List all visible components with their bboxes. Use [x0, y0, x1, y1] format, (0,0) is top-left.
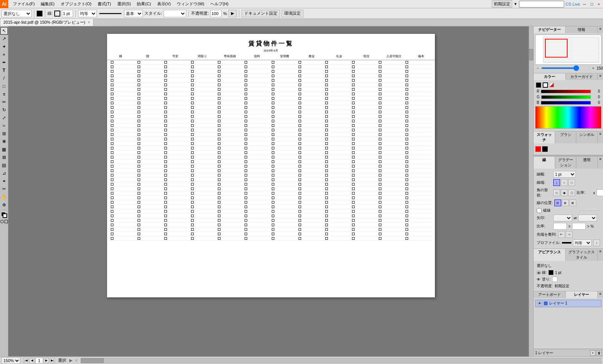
zoom-in-icon[interactable]: ＋	[591, 65, 595, 71]
fill-swatch[interactable]	[37, 11, 43, 17]
horizontal-scrollbar[interactable]	[81, 358, 601, 363]
stroke-menu-btn[interactable]: ≡	[598, 157, 603, 169]
none-swatch[interactable]	[549, 83, 554, 87]
fill-stroke-colors[interactable]	[0, 211, 8, 219]
color-tab[interactable]: カラー	[534, 73, 566, 80]
scale-tool-btn[interactable]: ⤢	[0, 114, 8, 122]
navigator-tab[interactable]: ナビゲーター	[534, 26, 566, 33]
symbol-sprayer-tool-btn[interactable]: ❋	[0, 138, 8, 145]
align-stroke-btn2[interactable]: ⊣	[566, 231, 572, 238]
swatches-menu-btn[interactable]: ≡	[598, 131, 603, 143]
color-guide-tab[interactable]: カラーガイド	[566, 73, 598, 80]
mesh-tool-btn[interactable]: ⊠	[0, 154, 8, 161]
profile-select[interactable]: 均等	[78, 10, 97, 17]
r-slider-track[interactable]	[541, 90, 591, 93]
scale-end-input[interactable]: 100	[572, 223, 586, 230]
document-tab[interactable]: 2015-apr-list.pdf @ 150% (RGB/プレビュー) ×	[0, 18, 93, 26]
line-tool-btn[interactable]: /	[0, 75, 8, 82]
create-new-layer-btn[interactable]: +	[590, 350, 595, 356]
menu-window[interactable]: ウィンドウ(W)	[174, 0, 207, 8]
menu-object[interactable]: オブジェクト(O)	[58, 0, 95, 8]
layer-visibility-icon[interactable]: 👁	[537, 301, 542, 306]
hand-tool-btn[interactable]: ✋	[0, 193, 8, 201]
style-dropdown[interactable]	[164, 10, 186, 17]
b-slider-track[interactable]	[541, 101, 591, 105]
dashed-checkbox[interactable]	[537, 208, 542, 213]
round-cap-btn[interactable]: ○	[561, 179, 568, 186]
gradient-tab[interactable]: グラデーション	[555, 157, 577, 169]
type-tool-btn[interactable]: T	[0, 67, 8, 74]
direct-selection-tool-btn[interactable]: ↗	[0, 35, 8, 43]
status-sidebar-toggle[interactable]: <	[75, 358, 78, 362]
stroke-tab[interactable]: 線	[534, 157, 555, 169]
info-tab[interactable]: 情報	[566, 26, 598, 33]
close-btn[interactable]: ×	[596, 2, 601, 6]
graph-tool-btn[interactable]: ▦	[0, 146, 8, 153]
zoom-tool-btn[interactable]: ⊕	[0, 201, 8, 209]
menu-view[interactable]: 表示(V)	[154, 0, 174, 8]
g-slider-track[interactable]	[541, 95, 591, 99]
next-page-btn[interactable]: ▶	[44, 358, 49, 363]
selection-tool-btn[interactable]: ↖	[0, 27, 8, 35]
swatches-tab[interactable]: スウォッチ	[534, 131, 555, 143]
arrow-end-select[interactable]	[578, 215, 597, 221]
zoom-out-icon[interactable]: －	[536, 65, 540, 71]
inner-align-btn[interactable]: ⊞	[562, 200, 569, 206]
paintbrush-tool-btn[interactable]: ⌆	[0, 90, 8, 98]
layer-1-row[interactable]: 👁 レイヤー 1	[535, 300, 601, 307]
zoom-slider[interactable]	[541, 67, 590, 69]
blend-tool-btn[interactable]: ⚭	[0, 177, 8, 185]
center-align-btn[interactable]: ⊟	[554, 200, 561, 206]
symbol-tab[interactable]: シンボル	[576, 131, 598, 143]
minimize-btn[interactable]: ─	[582, 2, 588, 6]
color-spectrum[interactable]	[535, 106, 601, 129]
env-settings-btn[interactable]: 環境設定	[282, 10, 303, 17]
doc-settings-btn[interactable]: ドキュメント設定	[242, 10, 280, 17]
transparency-tab[interactable]: 透明	[576, 157, 598, 169]
layers-tab[interactable]: レイヤー	[566, 291, 598, 298]
style-select[interactable]: 基本	[124, 10, 143, 17]
scrollbar-thumb-h[interactable]	[81, 358, 104, 363]
color-stroke-swatch[interactable]	[543, 82, 548, 88]
page-number-input[interactable]	[35, 358, 43, 364]
nav-red-box[interactable]	[545, 39, 568, 58]
miter-value-input[interactable]: 10	[597, 189, 603, 196]
artboard-tab[interactable]: アートボード	[534, 291, 566, 298]
opacity-btn[interactable]: ▶	[228, 10, 237, 17]
normal-mode-btn[interactable]	[0, 220, 4, 223]
first-page-btn[interactable]: |◀	[23, 358, 29, 363]
selection-dropdown[interactable]: 選択なし	[2, 10, 32, 17]
menu-file[interactable]: ファイル(F)	[10, 0, 38, 8]
arrow-exchange-icon[interactable]: ⇌	[574, 216, 577, 220]
graphics-style-tab[interactable]: グラフィックスタイル	[566, 249, 598, 261]
stroke-appearance-row[interactable]: 👁 線: 1 pt	[535, 269, 601, 276]
free-transform-tool-btn[interactable]: ⊞	[0, 130, 8, 137]
rect-tool-btn[interactable]: □	[0, 82, 8, 90]
last-page-btn[interactable]: ▶|	[50, 358, 55, 363]
flip-profile-btn[interactable]: ↕	[593, 239, 600, 246]
brush-tab[interactable]: ブラシ	[555, 131, 577, 143]
stroke-swatch[interactable]	[54, 11, 60, 17]
square-cap-btn[interactable]: □	[568, 179, 575, 186]
pencil-tool-btn[interactable]: ✏	[0, 98, 8, 106]
opacity-input[interactable]	[210, 10, 222, 17]
search-input[interactable]	[519, 1, 564, 8]
cs-live-label[interactable]: CS Live	[566, 2, 580, 6]
profile-select-stroke[interactable]: 均等	[573, 239, 592, 246]
canvas-area[interactable]: 賃貸物件一覧 2015年4月 棟 階 号室 間取り 専有面積 賃料 管理費 敷金…	[8, 26, 533, 356]
gradient-tool-btn[interactable]: ▤	[0, 161, 8, 169]
outer-align-btn[interactable]: ⊠	[569, 200, 576, 206]
maximize-btn[interactable]: □	[589, 2, 595, 6]
lasso-tool-btn[interactable]: ⌖	[0, 51, 8, 58]
vertical-scrollbar[interactable]	[529, 26, 533, 356]
swatch-black[interactable]	[542, 146, 548, 152]
stroke-color-swatch[interactable]	[548, 270, 554, 275]
stroke-weight-input[interactable]	[62, 10, 73, 17]
swatch-red[interactable]	[535, 146, 541, 152]
prev-page-btn[interactable]: ◀	[29, 358, 35, 363]
fullscreen-btn[interactable]	[5, 220, 8, 223]
scissors-tool-btn[interactable]: ✂	[0, 185, 8, 193]
color-menu-btn[interactable]: ≡	[598, 73, 603, 80]
appearance-tab[interactable]: アピアランス	[534, 249, 566, 261]
magic-wand-tool-btn[interactable]: ✦	[0, 43, 8, 50]
